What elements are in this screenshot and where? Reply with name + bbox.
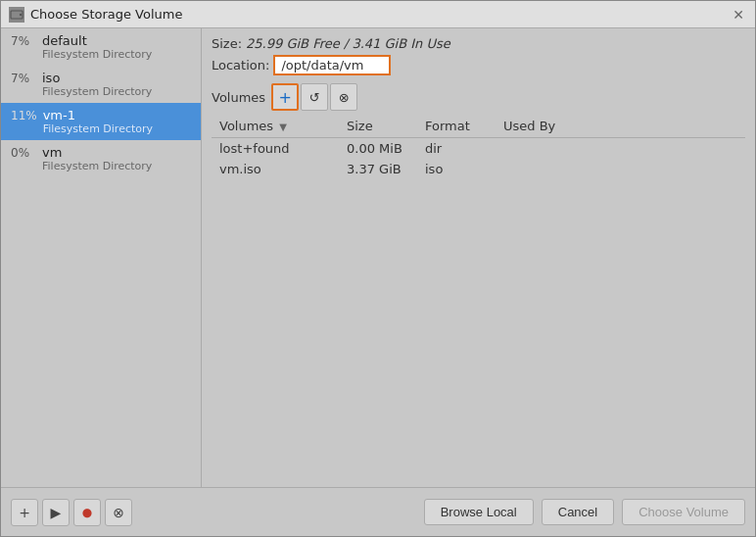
add-volume-button[interactable]: + — [271, 83, 299, 111]
location-value: /opt/data/vm — [273, 55, 391, 75]
cell-format: dir — [417, 138, 496, 160]
add-icon: + — [19, 505, 30, 520]
storage-item-info: iso Filesystem Directory — [42, 71, 152, 98]
storage-item-iso[interactable]: 7% iso Filesystem Directory — [1, 66, 201, 103]
storage-item-name: iso — [42, 71, 152, 85]
window: Choose Storage Volume ✕ 7% default Files… — [0, 0, 756, 537]
location-row: Location: /opt/data/vm — [212, 55, 745, 75]
storage-item-name: vm-1 — [43, 108, 153, 122]
storage-item-percent: 7% — [11, 71, 36, 85]
volumes-tbody: lost+found 0.00 MiB dir vm.iso 3.37 GiB … — [212, 138, 745, 180]
volumes-label: Volumes — [212, 90, 265, 105]
choose-volume-button[interactable]: Choose Volume — [622, 499, 745, 525]
storage-item-percent: 0% — [11, 145, 36, 160]
volumes-toolbar: Volumes + ↺ ⊗ — [212, 83, 745, 111]
window-title: Choose Storage Volume — [30, 7, 182, 22]
col-header-format[interactable]: Format — [417, 115, 496, 138]
play-button[interactable]: ▶ — [42, 499, 70, 526]
cell-volumes: vm.iso — [212, 159, 339, 179]
storage-item-percent: 11% — [11, 108, 37, 122]
cell-usedby — [496, 159, 745, 179]
table-row[interactable]: lost+found 0.00 MiB dir — [212, 138, 745, 160]
storage-item-vm-1[interactable]: 11% vm-1 Filesystem Directory — [1, 103, 201, 140]
size-label: Size: — [212, 36, 242, 51]
refresh-volumes-button[interactable]: ↺ — [301, 83, 328, 111]
storage-item-percent: 7% — [11, 33, 36, 48]
main-content: 7% default Filesystem Directory 7% iso F… — [1, 28, 755, 487]
col-header-usedby[interactable]: Used By — [496, 115, 745, 138]
record-icon: ● — [82, 506, 92, 519]
col-header-size[interactable]: Size — [339, 115, 417, 138]
browse-local-button[interactable]: Browse Local — [424, 499, 534, 525]
stop-icon: ⊗ — [113, 505, 124, 520]
storage-item-type: Filesystem Directory — [42, 85, 152, 98]
storage-item-info: default Filesystem Directory — [42, 33, 152, 61]
storage-item-default[interactable]: 7% default Filesystem Directory — [1, 28, 201, 66]
titlebar-left: Choose Storage Volume — [9, 7, 182, 23]
table-row[interactable]: vm.iso 3.37 GiB iso — [212, 159, 745, 179]
storage-item-type: Filesystem Directory — [42, 160, 152, 172]
col-header-volumes[interactable]: Volumes ▼ — [212, 115, 339, 138]
delete-volume-button[interactable]: ⊗ — [330, 83, 357, 111]
cancel-button[interactable]: Cancel — [542, 499, 614, 525]
titlebar: Choose Storage Volume ✕ — [1, 1, 755, 28]
storage-item-type: Filesystem Directory — [43, 122, 153, 135]
right-panel: Size: 25.99 GiB Free / 3.41 GiB In Use L… — [202, 28, 755, 487]
play-icon: ▶ — [51, 505, 62, 520]
cell-volumes: lost+found — [212, 138, 339, 160]
close-button[interactable]: ✕ — [730, 6, 747, 24]
stop-button[interactable]: ⊗ — [105, 499, 132, 526]
volumes-table: Volumes ▼ Size Format Used By lost+found… — [212, 115, 745, 179]
storage-item-info: vm Filesystem Directory — [42, 145, 152, 172]
table-header: Volumes ▼ Size Format Used By — [212, 115, 745, 138]
bottom-bar: + ▶ ● ⊗ Browse Local Cancel Choose Volum… — [1, 487, 755, 536]
storage-item-vm[interactable]: 0% vm Filesystem Directory — [1, 140, 201, 177]
add-button[interactable]: + — [11, 499, 38, 526]
cell-format: iso — [417, 159, 496, 179]
svg-point-1 — [20, 13, 22, 15]
bottom-right-controls: Browse Local Cancel Choose Volume — [424, 499, 745, 525]
cell-size: 0.00 MiB — [339, 138, 417, 160]
storage-item-name: default — [42, 33, 152, 48]
storage-icon — [9, 7, 24, 23]
storage-item-type: Filesystem Directory — [42, 48, 152, 61]
cell-usedby — [496, 138, 745, 160]
size-value: 25.99 GiB Free / 3.41 GiB In Use — [246, 36, 450, 51]
record-button[interactable]: ● — [73, 499, 101, 526]
location-label: Location: — [212, 58, 269, 73]
cell-size: 3.37 GiB — [339, 159, 417, 179]
bottom-left-controls: + ▶ ● ⊗ — [11, 499, 132, 526]
storage-list: 7% default Filesystem Directory 7% iso F… — [1, 28, 202, 487]
sort-arrow-volumes: ▼ — [279, 122, 287, 132]
volumes-table-area: Volumes ▼ Size Format Used By lost+found… — [212, 115, 745, 479]
size-row: Size: 25.99 GiB Free / 3.41 GiB In Use — [212, 36, 745, 51]
storage-item-info: vm-1 Filesystem Directory — [43, 108, 153, 135]
storage-item-name: vm — [42, 145, 152, 160]
